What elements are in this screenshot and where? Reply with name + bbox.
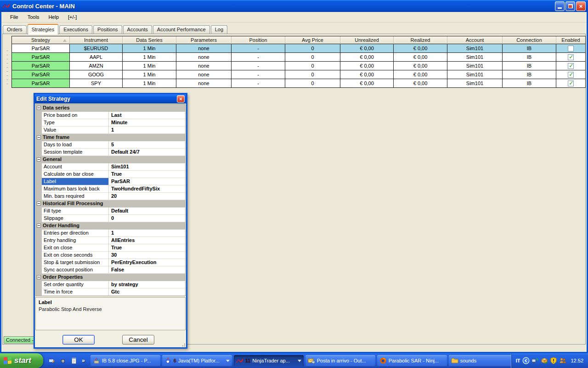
taskbar-button-ninjatrader-ap[interactable]: 11NinjaTrader ap... (234, 355, 304, 367)
taskbar-button-sounds[interactable]: sounds (449, 355, 511, 367)
language-indicator[interactable]: IT (516, 358, 520, 363)
quick-launch-overflow-chevron[interactable]: » (81, 357, 86, 364)
table-row-amzn[interactable]: ParSARAMZN1 Minnone-0€ 0,00€ 0,00Sim101I… (12, 62, 585, 70)
collapse-minus-icon[interactable] (37, 157, 41, 161)
property-slippage[interactable]: Slippage0 (36, 215, 185, 222)
taskbar-button-label: Posta in arrivo - Out... (317, 358, 373, 363)
taskbar-button-parabolic-sar-ninj[interactable]: Parabolic SAR - Ninj... (377, 355, 447, 367)
collapse-minus-icon[interactable] (37, 224, 41, 228)
ok-button[interactable]: OK (62, 335, 95, 345)
taskbar-button-java-tm-platfor[interactable]: 6Java(TM) Platfor... (162, 355, 232, 367)
column-header-connection[interactable]: Connection (503, 36, 556, 44)
property-fill-type[interactable]: Fill typeDefault (36, 207, 185, 215)
property-type[interactable]: TypeMinute (36, 119, 185, 126)
shared-package-icon[interactable] (541, 357, 548, 364)
dialog-title: Edit Strategy (36, 96, 177, 102)
quick-launch-bar: » (43, 357, 89, 364)
system-tray: IT 12.52 (511, 353, 588, 368)
collapse-minus-icon[interactable] (37, 106, 41, 110)
column-header-realized[interactable]: Realized (394, 36, 447, 44)
property-time-in-force[interactable]: Time in forceGtc (36, 288, 185, 296)
menu-item-file[interactable]: File (6, 13, 23, 21)
close-button[interactable]: × (576, 1, 586, 11)
notepad-icon[interactable] (70, 357, 78, 364)
column-header-parameters[interactable]: Parameters (176, 36, 232, 44)
enabled-checkbox[interactable] (568, 54, 574, 60)
enabled-checkbox[interactable] (568, 46, 574, 52)
column-header-enabled[interactable]: Enabled (556, 36, 585, 44)
cell-data_series: 1 Min (123, 79, 176, 88)
taskbar-button-label: IB 5.8 close.JPG - P... (102, 358, 158, 363)
table-row-goog[interactable]: ParSARGOOG1 Minnone-0€ 0,00€ 0,00Sim101I… (12, 70, 585, 79)
property-min-bars-required[interactable]: Min. bars required20 (36, 193, 185, 200)
column-header-instrument[interactable]: Instrument (70, 36, 123, 44)
property-value[interactable]: Value1 (36, 126, 185, 134)
property-exit-on-close-seconds[interactable]: Exit on close seconds30 (36, 252, 185, 259)
column-header-unrealized[interactable]: Unrealized (340, 36, 394, 44)
column-header-data-series[interactable]: Data Series (123, 36, 176, 44)
category-historical-fill-processing[interactable]: Historical Fill Processing (36, 200, 185, 207)
taskbar-button-ib-5-8-close-jpg-p[interactable]: IB 5.8 close.JPG - P... (90, 355, 160, 367)
category-order-properties[interactable]: Order Properties (36, 274, 185, 281)
table-row-eurusd[interactable]: ParSAR$EURUSD1 Minnone-0€ 0,00€ 0,00Sim1… (12, 44, 585, 53)
table-row-spy[interactable]: ParSARSPY1 Minnone-0€ 0,00€ 0,00Sim101IB (12, 79, 585, 88)
start-button[interactable]: start (0, 353, 43, 368)
dialog-close-button[interactable]: × (177, 95, 185, 103)
property-price-based-on[interactable]: Price based onLast (36, 112, 185, 119)
restore-button[interactable] (565, 1, 575, 11)
property-days-to-load[interactable]: Days to load5 (36, 141, 185, 149)
cell-realized: € 0,00 (394, 79, 447, 88)
property-session-template[interactable]: Session templateDefault 24/7 (36, 149, 185, 156)
tab-positions[interactable]: Positions (93, 25, 122, 34)
security-shield-icon[interactable] (550, 357, 557, 364)
collapse-minus-icon[interactable] (37, 135, 41, 139)
resize-grip[interactable] (181, 342, 186, 347)
table-row-aapl[interactable]: ParSARAAPL1 Minnone-0€ 0,00€ 0,00Sim101I… (12, 53, 585, 62)
property-sync-account-position[interactable]: Sync account positionFalse (36, 266, 185, 274)
tab-log[interactable]: Log (211, 25, 227, 34)
property-maximum-bars-look-back[interactable]: Maximum bars look backTwoHundredFiftySix (36, 185, 185, 193)
column-header-avg-price[interactable]: Avg Price (285, 36, 340, 44)
show-desktop-icon[interactable] (48, 357, 56, 364)
category-data-series[interactable]: Data series (36, 104, 185, 112)
tab-executions[interactable]: Executions (59, 25, 92, 34)
tab-account-performance[interactable]: Account Performance (153, 25, 210, 34)
column-header-account[interactable]: Account (447, 36, 503, 44)
category-time-frame[interactable]: Time frame (36, 134, 185, 141)
cell-data_series: 1 Min (123, 44, 176, 53)
property-gutter (36, 252, 42, 259)
enabled-checkbox[interactable] (568, 72, 574, 78)
property-entries-per-direction[interactable]: Entries per direction1 (36, 230, 185, 237)
enabled-checkbox[interactable] (568, 63, 574, 69)
enabled-checkbox[interactable] (568, 80, 574, 86)
property-exit-on-close[interactable]: Exit on closeTrue (36, 244, 185, 252)
menu-item-[interactable]: [+/-] (64, 13, 81, 21)
property-account[interactable]: AccountSim101 (36, 163, 185, 171)
property-calculate-on-bar-close[interactable]: Calculate on bar closeTrue (36, 171, 185, 178)
tab-orders[interactable]: Orders (3, 25, 27, 34)
property-label[interactable]: LabelParSAR (36, 178, 185, 185)
collapse-minus-icon[interactable] (37, 275, 41, 279)
collapse-minus-icon[interactable] (37, 201, 41, 206)
property-entry-handling[interactable]: Entry handlingAllEntries (36, 237, 185, 244)
menu-item-help[interactable]: Help (44, 13, 63, 21)
hide-icons-chevron-icon[interactable] (522, 357, 530, 364)
cell-enabled (556, 70, 585, 79)
small-app-icon[interactable] (59, 357, 67, 364)
menu-item-tools[interactable]: Tools (23, 13, 44, 21)
category-order-handling[interactable]: Order Handling (36, 222, 185, 230)
cancel-button[interactable]: Cancel (122, 335, 154, 345)
tab-accounts[interactable]: Accounts (123, 25, 152, 34)
column-header-position[interactable]: Position (232, 36, 285, 44)
network-icon[interactable] (531, 357, 539, 364)
column-header-strategy[interactable]: Strategy (12, 36, 70, 44)
category-gutter (36, 134, 42, 141)
users-icon[interactable] (559, 357, 566, 364)
tab-strategies[interactable]: Strategies (28, 24, 59, 34)
desktop: Control Center - MAIN × FileToolsHelp[+/… (0, 0, 588, 368)
category-general[interactable]: General (36, 156, 185, 163)
minimize-button[interactable] (555, 1, 565, 11)
taskbar-button-posta-in-arrivo-out[interactable]: Posta in arrivo - Out... (305, 355, 375, 367)
property-stop-target-submission[interactable]: Stop & target submissionPerEntryExecutio… (36, 259, 185, 266)
property-set-order-quantity[interactable]: Set order quantityby strategy (36, 281, 185, 288)
